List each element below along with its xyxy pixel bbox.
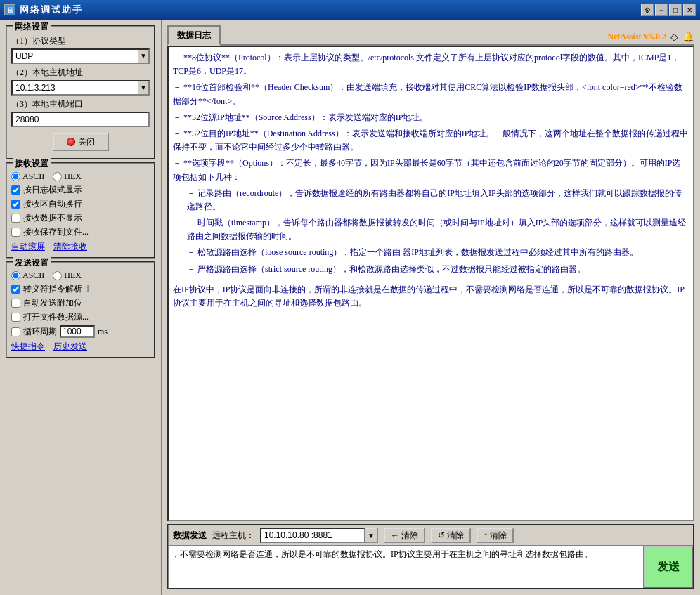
send-content-area: ，不需要检测网络是否连通，所以是不可靠的数据报协议。IP协议主要用于在主机之间的… xyxy=(169,546,693,588)
log-line-4: － **32位目的IP地址**（Destination Address）：表示发… xyxy=(173,127,689,154)
tab-bar-right: NetAssist V5.0.2 ◇ 🔔 xyxy=(608,31,694,44)
send-links-row: 快捷指令 历史发送 xyxy=(11,341,150,353)
loop-period-label: 循环周期 xyxy=(23,326,57,338)
tab-data-log[interactable]: 数据日志 xyxy=(167,25,221,46)
main-container: 网络设置 （1）协议类型 UDP TCP Client TCP Server （… xyxy=(0,20,700,595)
right-panel: 数据日志 NetAssist V5.0.2 ◇ 🔔 － **8位协议**（Pro… xyxy=(162,20,700,595)
quick-cmd-link[interactable]: 快捷指令 xyxy=(11,341,45,353)
receive-settings-title: 接收设置 xyxy=(13,158,51,170)
log-line-5: － **选项字段**（Options）：不定长，最多40字节，因为IP头部最长是… xyxy=(173,157,689,183)
settings-icon[interactable]: ⚙ xyxy=(641,4,654,16)
log-line-3: － **32位源IP地址**（Source Address）：表示发送端对应的I… xyxy=(173,111,689,124)
window-title: 网络调试助手 xyxy=(20,4,83,16)
protocol-select[interactable]: UDP TCP Client TCP Server xyxy=(11,48,150,64)
open-file-checkbox[interactable] xyxy=(11,313,20,322)
tab-data-log-label: 数据日志 xyxy=(177,30,211,40)
auto-newline-checkbox-label[interactable]: 接收区自动换行 xyxy=(11,198,150,210)
bell-icon: 🔔 xyxy=(682,31,694,43)
auto-newline-checkbox[interactable] xyxy=(11,200,20,209)
save-file-checkbox[interactable] xyxy=(11,228,20,237)
clear-left-label: 清除 xyxy=(401,530,418,542)
log-mode-label: 按日志模式显示 xyxy=(23,184,82,196)
receive-hex-radio-label[interactable]: HEX xyxy=(53,171,82,182)
no-display-checkbox[interactable] xyxy=(11,214,20,223)
no-display-checkbox-label[interactable]: 接收数据不显示 xyxy=(11,212,150,224)
history-send-link[interactable]: 历史发送 xyxy=(53,341,87,353)
no-display-label: 接收数据不显示 xyxy=(23,212,82,224)
close-button[interactable]: ✕ xyxy=(683,4,696,16)
receive-ascii-radio-label[interactable]: ASCII xyxy=(11,171,44,182)
clear-mid-button[interactable]: ↺ 清除 xyxy=(431,528,471,543)
receive-settings-group: 接收设置 ASCII HEX 按日志模式显示 接收区自动换行 xyxy=(6,162,155,259)
send-ascii-radio[interactable] xyxy=(11,271,20,280)
clear-receive-link[interactable]: 清除接收 xyxy=(53,241,87,253)
log-line-9: － 严格源路由选择（strict source routing），和松散源路由选… xyxy=(187,263,689,276)
host-select-wrapper[interactable]: 10.1.3.213 xyxy=(11,80,150,96)
red-circle-icon xyxy=(67,138,75,146)
log-mode-checkbox[interactable] xyxy=(11,185,20,195)
send-button-label: 发送 xyxy=(657,560,680,575)
send-textarea[interactable]: ，不需要检测网络是否连通，所以是不可靠的数据报协议。IP协议主要用于在主机之间的… xyxy=(169,546,644,588)
log-line-1: － **8位协议**（Protocol）：表示上层协议的类型。/etc/prot… xyxy=(173,51,689,78)
clear-up-icon: ↑ xyxy=(484,530,488,540)
host-select[interactable]: 10.1.3.213 xyxy=(11,80,150,96)
log-line-7: － 时间戳（timestamp），告诉每个路由器都将数据报被转发的时间（或时间与… xyxy=(187,216,689,243)
clear-mid-label: 清除 xyxy=(447,530,464,542)
port-label: （3）本地主机端口 xyxy=(11,98,150,110)
send-encoding-row: ASCII HEX xyxy=(11,270,150,281)
send-button[interactable]: 发送 xyxy=(644,546,693,588)
send-toolbar: 数据发送 远程主机： ▼ ← 清除 ↺ 清除 ↑ 清除 xyxy=(169,525,693,546)
version-label: NetAssist V5.0.2 xyxy=(608,32,666,42)
receive-ascii-radio[interactable] xyxy=(11,172,20,181)
loop-unit-label: ms xyxy=(98,327,108,337)
minimize-button[interactable]: − xyxy=(655,4,668,16)
loop-period-checkbox[interactable] xyxy=(11,327,20,336)
tab-bar: 数据日志 NetAssist V5.0.2 ◇ 🔔 xyxy=(167,25,694,46)
close-connection-button[interactable]: 关闭 xyxy=(53,133,109,151)
clear-up-button[interactable]: ↑ 清除 xyxy=(477,528,514,543)
send-area: 数据发送 远程主机： ▼ ← 清除 ↺ 清除 ↑ 清除 xyxy=(167,524,694,589)
host-label: （2）本地主机地址 xyxy=(11,67,150,79)
log-line-6: － 记录路由（recordroute），告诉数据报途经的所有路由器都将自己的IP… xyxy=(187,187,689,214)
save-file-checkbox-label[interactable]: 接收保存到文件... xyxy=(11,226,150,238)
title-bar: 🖥 网络调试助手 ⚙ − □ ✕ xyxy=(0,0,700,20)
network-settings-title: 网络设置 xyxy=(13,21,51,33)
network-settings-group: 网络设置 （1）协议类型 UDP TCP Client TCP Server （… xyxy=(6,25,155,159)
auto-add-checkbox-label[interactable]: 自动发送附加位 xyxy=(11,297,150,309)
send-settings-title: 发送设置 xyxy=(13,257,51,269)
send-hex-radio-label[interactable]: HEX xyxy=(53,270,82,281)
title-bar-left: 🖥 网络调试助手 xyxy=(4,4,83,16)
log-line-10: 在IP协议中，IP协议是面向非连接的，所谓的非连接就是在数据的传递过程中，不需要… xyxy=(173,283,689,310)
receive-hex-radio[interactable] xyxy=(53,172,62,181)
remote-host-wrapper: ▼ xyxy=(260,528,378,543)
send-hex-radio[interactable] xyxy=(53,271,62,280)
auto-add-label: 自动发送附加位 xyxy=(23,297,82,309)
receive-ascii-label: ASCII xyxy=(22,171,44,182)
diamond-icon: ◇ xyxy=(670,31,678,43)
escape-cmd-checkbox[interactable] xyxy=(11,285,20,294)
send-hex-label: HEX xyxy=(64,270,82,281)
escape-cmd-label: 转义符指令解析 xyxy=(23,283,82,295)
send-ascii-label: ASCII xyxy=(22,270,44,281)
remote-host-dropdown[interactable]: ▼ xyxy=(365,528,378,543)
log-area: － **8位协议**（Protocol）：表示上层协议的类型。/etc/prot… xyxy=(167,46,694,521)
maximize-button[interactable]: □ xyxy=(669,4,682,16)
receive-encoding-row: ASCII HEX xyxy=(11,171,150,182)
open-file-label: 打开文件数据源... xyxy=(23,311,89,323)
protocol-select-wrapper[interactable]: UDP TCP Client TCP Server xyxy=(11,48,150,64)
send-ascii-radio-label[interactable]: ASCII xyxy=(11,270,44,281)
loop-period-input[interactable]: 1000 xyxy=(60,325,95,338)
clear-left-button[interactable]: ← 清除 xyxy=(384,528,425,543)
port-input[interactable]: 28080 xyxy=(11,112,150,127)
auto-add-checkbox[interactable] xyxy=(11,299,20,308)
receive-hex-label: HEX xyxy=(64,171,82,182)
escape-cmd-checkbox-label[interactable]: 转义符指令解析 ℹ xyxy=(11,283,150,295)
log-line-2: － **16位首部检验和**（Header Checksum）：由发送端填充，接… xyxy=(173,81,689,107)
info-icon[interactable]: ℹ xyxy=(86,284,90,294)
auto-scroll-link[interactable]: 自动滚屏 xyxy=(11,241,45,253)
open-file-checkbox-label[interactable]: 打开文件数据源... xyxy=(11,311,150,323)
auto-newline-label: 接收区自动换行 xyxy=(23,198,82,210)
send-area-label: 数据发送 xyxy=(173,530,207,542)
log-mode-checkbox-label[interactable]: 按日志模式显示 xyxy=(11,184,150,196)
remote-host-input[interactable] xyxy=(260,528,365,543)
